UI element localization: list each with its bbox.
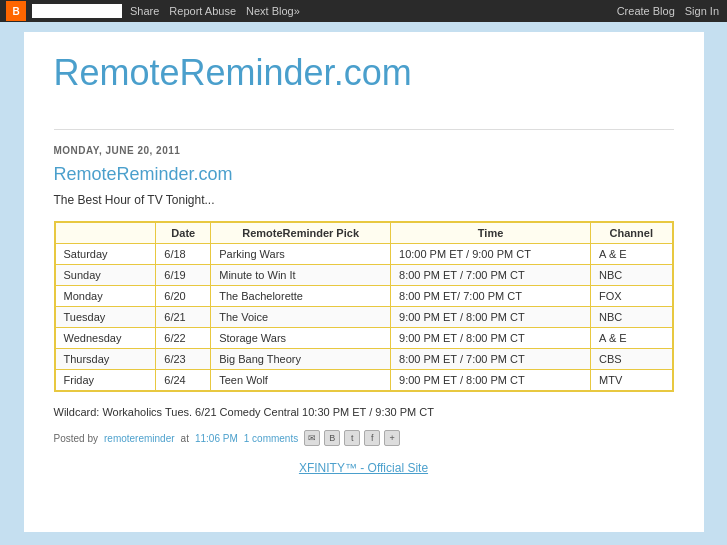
- table-cell: Sunday: [55, 265, 156, 286]
- table-row: Tuesday6/21The Voice9:00 PM ET / 8:00 PM…: [55, 307, 673, 328]
- table-cell: Minute to Win It: [211, 265, 391, 286]
- table-cell: Big Bang Theory: [211, 349, 391, 370]
- table-cell: The Voice: [211, 307, 391, 328]
- post-footer-icons: ✉ B t f +: [304, 430, 400, 446]
- table-cell: FOX: [591, 286, 673, 307]
- table-cell: 9:00 PM ET / 8:00 PM CT: [391, 370, 591, 392]
- table-cell: The Bachelorette: [211, 286, 391, 307]
- at-label: at: [181, 433, 189, 444]
- col-header-date: Date: [156, 222, 211, 244]
- create-blog-link[interactable]: Create Blog: [617, 5, 675, 17]
- table-row: Thursday6/23Big Bang Theory8:00 PM ET / …: [55, 349, 673, 370]
- table-cell: 8:00 PM ET / 7:00 PM CT: [391, 349, 591, 370]
- table-cell: 6/21: [156, 307, 211, 328]
- blog-icon[interactable]: B: [324, 430, 340, 446]
- post-date: MONDAY, JUNE 20, 2011: [54, 145, 674, 156]
- table-cell: 6/18: [156, 244, 211, 265]
- report-abuse-link[interactable]: Report Abuse: [169, 5, 236, 17]
- post-title[interactable]: RemoteReminder.com: [54, 164, 674, 185]
- navbar-right-links: Create Blog Sign In: [617, 5, 719, 17]
- table-cell: A & E: [591, 328, 673, 349]
- table-cell: 6/22: [156, 328, 211, 349]
- twitter-icon[interactable]: t: [344, 430, 360, 446]
- blogger-logo: B: [6, 1, 26, 21]
- table-cell: Friday: [55, 370, 156, 392]
- email-icon[interactable]: ✉: [304, 430, 320, 446]
- table-cell: MTV: [591, 370, 673, 392]
- content-area: RemoteReminder.com MONDAY, JUNE 20, 2011…: [24, 32, 704, 532]
- table-cell: 9:00 PM ET / 8:00 PM CT: [391, 328, 591, 349]
- table-cell: Tuesday: [55, 307, 156, 328]
- table-cell: NBC: [591, 307, 673, 328]
- table-cell: Saturday: [55, 244, 156, 265]
- sign-in-link[interactable]: Sign In: [685, 5, 719, 17]
- schedule-table: Date RemoteReminder Pick Time Channel Sa…: [54, 221, 674, 392]
- col-header-day: [55, 222, 156, 244]
- col-header-channel: Channel: [591, 222, 673, 244]
- col-header-pick: RemoteReminder Pick: [211, 222, 391, 244]
- site-title: RemoteReminder.com: [54, 52, 674, 109]
- navbar: B Share Report Abuse Next Blog» Create B…: [0, 0, 727, 22]
- facebook-icon[interactable]: f: [364, 430, 380, 446]
- post-subtitle: The Best Hour of TV Tonight...: [54, 193, 674, 207]
- table-cell: Wednesday: [55, 328, 156, 349]
- col-header-time: Time: [391, 222, 591, 244]
- posted-by-label: Posted by: [54, 433, 98, 444]
- comments-link[interactable]: 1 comments: [244, 433, 298, 444]
- post-time-link[interactable]: 11:06 PM: [195, 433, 238, 444]
- table-row: Saturday6/18Parking Wars10:00 PM ET / 9:…: [55, 244, 673, 265]
- table-cell: 8:00 PM ET/ 7:00 PM CT: [391, 286, 591, 307]
- table-row: Monday6/20The Bachelorette8:00 PM ET/ 7:…: [55, 286, 673, 307]
- table-cell: Parking Wars: [211, 244, 391, 265]
- table-row: Sunday6/19Minute to Win It8:00 PM ET / 7…: [55, 265, 673, 286]
- wildcard-text: Wildcard: Workaholics Tues. 6/21 Comedy …: [54, 406, 674, 418]
- table-cell: 6/20: [156, 286, 211, 307]
- xfinity-link[interactable]: XFINITY™ - Official Site: [299, 461, 428, 475]
- table-cell: 9:00 PM ET / 8:00 PM CT: [391, 307, 591, 328]
- main-wrapper: RemoteReminder.com MONDAY, JUNE 20, 2011…: [0, 22, 727, 545]
- table-cell: CBS: [591, 349, 673, 370]
- table-cell: 8:00 PM ET / 7:00 PM CT: [391, 265, 591, 286]
- table-cell: A & E: [591, 244, 673, 265]
- table-cell: Teen Wolf: [211, 370, 391, 392]
- table-cell: Storage Wars: [211, 328, 391, 349]
- share-link[interactable]: Share: [130, 5, 159, 17]
- search-input[interactable]: [32, 4, 122, 18]
- table-cell: 10:00 PM ET / 9:00 PM CT: [391, 244, 591, 265]
- table-cell: NBC: [591, 265, 673, 286]
- xfinity-section: XFINITY™ - Official Site: [54, 460, 674, 475]
- table-cell: 6/19: [156, 265, 211, 286]
- table-row: Wednesday6/22Storage Wars9:00 PM ET / 8:…: [55, 328, 673, 349]
- table-cell: 6/23: [156, 349, 211, 370]
- share-icon[interactable]: +: [384, 430, 400, 446]
- next-blog-link[interactable]: Next Blog»: [246, 5, 300, 17]
- table-cell: Thursday: [55, 349, 156, 370]
- table-cell: Monday: [55, 286, 156, 307]
- table-cell: 6/24: [156, 370, 211, 392]
- post-footer: Posted by remotereminder at 11:06 PM 1 c…: [54, 430, 674, 446]
- divider: [54, 129, 674, 130]
- navbar-links: Share Report Abuse Next Blog»: [130, 5, 300, 17]
- table-row: Friday6/24Teen Wolf9:00 PM ET / 8:00 PM …: [55, 370, 673, 392]
- author-link[interactable]: remotereminder: [104, 433, 175, 444]
